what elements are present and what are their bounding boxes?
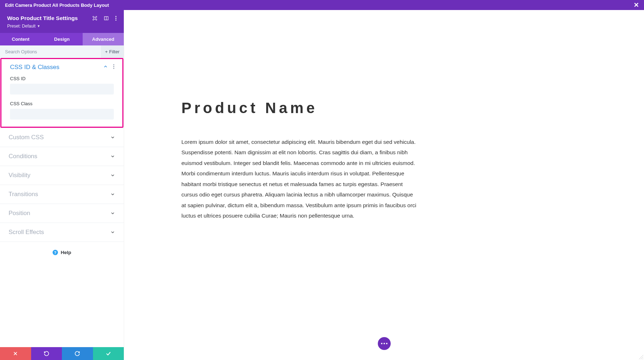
section-position[interactable]: Position [0, 204, 124, 223]
preset-label: Preset: Default [7, 24, 35, 29]
section-visibility[interactable]: Visibility [0, 166, 124, 185]
help-label: Help [61, 250, 71, 255]
canvas: Product Name Lorem ipsum dolor sit amet,… [124, 10, 644, 360]
topbar: Edit Camera Product All Products Body La… [0, 0, 644, 10]
close-icon[interactable]: ✕ [634, 2, 639, 8]
section-scroll-effects[interactable]: Scroll Effects [0, 223, 124, 242]
preset-selector[interactable]: Preset: Default ▼ [7, 24, 117, 29]
svg-point-3 [116, 16, 117, 17]
resize-handle-icon[interactable] [638, 354, 643, 359]
css-class-label: CSS Class [10, 101, 114, 106]
svg-line-11 [639, 355, 643, 359]
svg-point-6 [113, 64, 114, 65]
chevron-up-icon[interactable] [103, 64, 108, 70]
sidebar: Woo Product Title Settings Preset: Defau… [0, 10, 124, 360]
help-link[interactable]: ? Help [0, 242, 124, 277]
dots-icon [381, 343, 387, 344]
sidebar-title: Woo Product Title Settings [7, 15, 78, 21]
main: Woo Product Title Settings Preset: Defau… [0, 10, 644, 360]
section-css-id-classes: CSS ID & Classes CSS ID CSS Class [0, 58, 123, 128]
chevron-down-icon [110, 230, 115, 235]
sidebar-header: Woo Product Title Settings Preset: Defau… [0, 10, 124, 33]
floating-menu-button[interactable] [378, 337, 391, 350]
columns-icon[interactable] [104, 16, 109, 21]
product-description: Lorem ipsum dolor sit amet, consectetur … [181, 137, 418, 221]
sidebar-tabs: Content Design Advanced [0, 33, 124, 45]
section-transitions[interactable]: Transitions [0, 185, 124, 204]
sidebar-actions [0, 347, 124, 360]
chevron-down-icon [110, 135, 115, 140]
svg-rect-0 [94, 17, 96, 19]
preview-content: Product Name Lorem ipsum dolor sit amet,… [174, 99, 425, 221]
section-custom-css[interactable]: Custom CSS [0, 128, 124, 147]
save-button[interactable] [93, 347, 124, 360]
filter-label: Filter [109, 49, 119, 54]
plus-icon: + [105, 49, 108, 54]
product-title[interactable]: Product Name [181, 99, 418, 117]
svg-point-7 [113, 66, 114, 67]
undo-button[interactable] [31, 347, 62, 360]
svg-point-5 [116, 20, 117, 21]
search-row: + Filter [0, 45, 124, 58]
svg-point-8 [113, 68, 114, 69]
chevron-down-icon [110, 211, 115, 216]
chevron-down-icon [110, 154, 115, 159]
css-class-input[interactable] [10, 109, 114, 120]
chevron-down-icon [110, 192, 115, 197]
topbar-title: Edit Camera Product All Products Body La… [5, 3, 109, 8]
svg-line-13 [643, 359, 643, 359]
kebab-icon[interactable] [115, 16, 117, 21]
tab-content[interactable]: Content [0, 33, 41, 45]
caret-down-icon: ▼ [37, 24, 40, 28]
help-icon: ? [53, 250, 58, 255]
css-id-input[interactable] [10, 84, 114, 94]
discard-button[interactable] [0, 347, 31, 360]
section-conditions[interactable]: Conditions [0, 147, 124, 166]
tab-design[interactable]: Design [41, 33, 82, 45]
svg-point-4 [116, 18, 117, 19]
kebab-icon[interactable] [113, 64, 114, 70]
css-id-label: CSS ID [10, 76, 114, 81]
filter-button[interactable]: + Filter [101, 45, 124, 58]
fullscreen-icon[interactable] [92, 16, 97, 21]
search-input[interactable] [0, 45, 101, 58]
redo-button[interactable] [62, 347, 93, 360]
tab-advanced[interactable]: Advanced [83, 33, 124, 45]
chevron-down-icon [110, 173, 115, 178]
section-title-css[interactable]: CSS ID & Classes [10, 64, 59, 71]
